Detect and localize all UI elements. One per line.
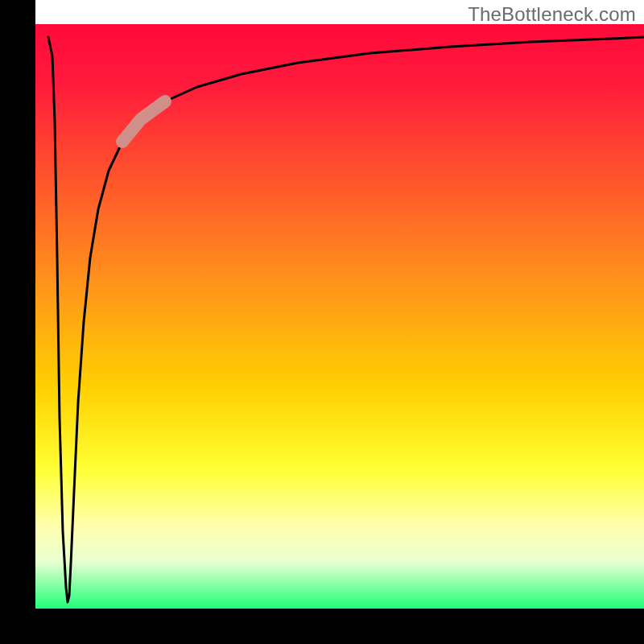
y-axis <box>0 0 35 644</box>
chart-container: TheBottleneck.com <box>0 0 644 644</box>
plot-background <box>35 24 644 609</box>
x-axis <box>0 609 644 644</box>
bottleneck-chart <box>0 0 644 644</box>
watermark-label: TheBottleneck.com <box>468 3 636 26</box>
